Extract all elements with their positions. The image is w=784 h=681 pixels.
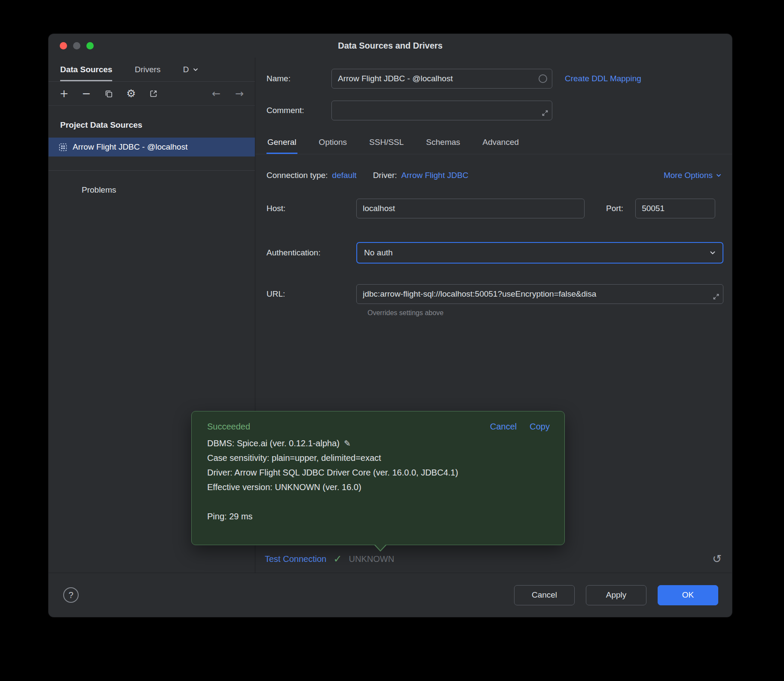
chevron-down-icon [709,249,717,257]
authentication-label: Authentication: [266,248,356,258]
project-data-sources-header: Project Data Sources [60,120,255,130]
chevron-down-icon [192,66,199,73]
create-ddl-mapping-link[interactable]: Create DDL Mapping [565,74,641,83]
dbms-line: DBMS: Spice.ai (ver. 0.12.1-alpha)✎ [207,436,550,451]
url-input[interactable] [356,284,723,304]
url-note: Overrides settings above [368,309,732,317]
name-input[interactable] [331,69,552,89]
forward-arrow-button[interactable]: → [234,89,245,99]
driver-value-link[interactable]: Arrow Flight JDBC [401,171,469,180]
comment-label: Comment: [266,106,331,115]
expand-icon[interactable] [712,293,720,301]
tab-options[interactable]: Options [318,138,348,154]
driver-label: Driver: [373,171,397,180]
connection-type-value[interactable]: default [332,171,357,180]
dbms-text: DBMS: Spice.ai (ver. 0.12.1-alpha) [207,439,340,448]
apply-button[interactable]: Apply [586,585,646,605]
remove-data-source-button[interactable]: − [81,88,92,99]
edit-pencil-icon[interactable]: ✎ [344,439,351,448]
minimize-window-button[interactable] [73,42,80,49]
progress-circle-icon [539,74,547,83]
authentication-value: No auth [364,248,393,258]
tab-drivers[interactable]: Drivers [135,58,160,81]
test-connection-popup: Succeeded Cancel Copy DBMS: Spice.ai (ve… [191,411,565,545]
test-connection-row: Test Connection ✓ UNKNOWN ↺ [265,545,722,573]
test-result-text: UNKNOWN [349,554,395,564]
popup-cancel-link[interactable]: Cancel [490,422,517,432]
name-label: Name: [266,74,331,83]
more-options-label: More Options [664,171,713,180]
authentication-select[interactable]: No auth [356,242,723,264]
close-window-button[interactable] [60,42,67,49]
tab-schemas[interactable]: Schemas [425,138,461,154]
test-status-text: Succeeded [207,422,250,432]
back-arrow-button[interactable]: ← [211,89,221,99]
footer-buttons: Cancel Apply OK [514,585,718,605]
port-input[interactable] [635,199,715,218]
tab-ssh-ssl[interactable]: SSH/SSL [368,138,404,154]
tab-general[interactable]: General [266,138,297,154]
effective-version-line: Effective version: UNKNOWN (ver. 16.0) [207,480,550,494]
comment-input[interactable] [331,101,552,120]
window-title: Data Sources and Drivers [338,41,442,51]
titlebar: Data Sources and Drivers [49,34,732,58]
test-connection-link[interactable]: Test Connection [265,554,326,564]
open-in-new-icon[interactable] [148,89,159,98]
tab-ddl-mappings-truncated[interactable]: D [183,58,199,81]
zoom-window-button[interactable] [86,42,94,49]
success-check-icon: ✓ [333,554,342,564]
host-label: Host: [266,204,356,213]
sidebar-tab-bar: Data Sources Drivers D [49,58,255,82]
tab-advanced[interactable]: Advanced [482,138,520,154]
tab-overflow-label: D [183,65,189,74]
window-controls [60,34,94,58]
chevron-down-icon [715,172,722,179]
data-source-label: Arrow Flight JDBC - @localhost [73,142,187,152]
settings-tab-bar: General Options SSH/SSL Schemas Advanced [255,129,732,154]
more-options-button[interactable]: More Options [664,171,722,180]
driver-line: Driver: Arrow Flight SQL JDBC Driver Cor… [207,465,550,480]
tab-data-sources[interactable]: Data Sources [60,58,112,81]
history-nav: ← → [211,89,245,99]
revert-undo-icon[interactable]: ↺ [712,553,722,564]
sidebar-divider [49,170,255,171]
url-label: URL: [266,289,356,299]
sidebar-toolbar: + − ⚙ ← → [49,82,255,106]
problems-item[interactable]: Problems [82,185,255,195]
port-label: Port: [606,204,623,213]
ping-line: Ping: 29 ms [207,509,550,524]
popup-copy-link[interactable]: Copy [530,422,550,432]
add-data-source-button[interactable]: + [59,88,69,99]
database-grid-icon [59,143,67,151]
dialog-footer: ? Cancel Apply OK [49,573,732,617]
data-sources-dialog: Data Sources and Drivers Data Sources Dr… [49,34,732,617]
host-input[interactable] [356,199,585,218]
settings-gear-icon[interactable]: ⚙ [126,88,136,99]
connection-type-label: Connection type: [266,171,328,180]
ok-button[interactable]: OK [658,585,718,605]
duplicate-icon[interactable] [104,89,114,98]
expand-icon[interactable] [541,109,549,117]
help-button[interactable]: ? [63,587,79,603]
cancel-button[interactable]: Cancel [514,585,575,605]
data-source-item-selected[interactable]: Arrow Flight JDBC - @localhost [49,138,255,156]
case-sensitivity-line: Case sensitivity: plain=upper, delimited… [207,451,550,465]
